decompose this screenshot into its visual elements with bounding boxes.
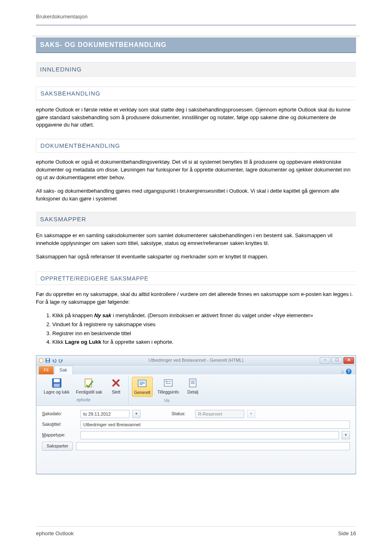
lagre-og-lukk-button[interactable]: Lagre og lukk bbox=[42, 377, 71, 396]
footer-right: Side 16 bbox=[338, 530, 356, 538]
paragraph: ephorte Outlook er i første rekke et ver… bbox=[36, 106, 356, 129]
complete-icon bbox=[84, 378, 94, 388]
saksparter-field[interactable] bbox=[76, 442, 350, 450]
save-icon[interactable] bbox=[45, 358, 50, 363]
saksdato-field[interactable]: to 29.11.2012 bbox=[80, 410, 129, 418]
heading-innledning: INNLEDNING bbox=[36, 62, 356, 77]
heading-opprette-saksmappe: OPPRETTE/REDIGERE SAKSMAPPE bbox=[36, 271, 356, 285]
redo-icon[interactable] bbox=[58, 358, 63, 363]
svg-rect-6 bbox=[53, 379, 60, 382]
heading-main: SAKS- OG DOKUMENTBEHANDLING bbox=[36, 37, 356, 53]
saksparter-button[interactable]: Saksparter bbox=[42, 442, 73, 451]
generelt-button[interactable]: Generelt bbox=[132, 377, 152, 397]
tab-sak[interactable]: Sak bbox=[54, 366, 73, 374]
paragraph: ephorte Outlook er også et dokumentbehan… bbox=[36, 158, 356, 182]
collapse-ribbon-icon[interactable]: △ bbox=[341, 369, 344, 375]
tilleggsinfo-button[interactable]: Tilleggsinfo bbox=[156, 377, 181, 396]
ribbon-group-caption: ephorte bbox=[42, 397, 125, 403]
paragraph: En saksmappe er en samling saksdokumente… bbox=[36, 232, 356, 247]
delete-icon bbox=[111, 378, 121, 388]
close-button[interactable]: ✕ bbox=[343, 357, 354, 364]
form-panel: Saksdato: to 29.11.2012 ▼ Status: R-Rese… bbox=[36, 406, 356, 474]
svg-rect-17 bbox=[189, 379, 196, 387]
svg-rect-3 bbox=[47, 358, 49, 360]
heading-dokumentbehandling: DOKUMENTBEHANDLING bbox=[36, 139, 356, 153]
save-close-icon bbox=[51, 378, 62, 388]
quick-access-toolbar bbox=[36, 358, 63, 363]
help-icon[interactable]: ? bbox=[346, 369, 352, 374]
paragraph: Før du oppretter en ny saksmappe, skal d… bbox=[36, 291, 356, 306]
svg-rect-4 bbox=[47, 360, 49, 362]
mappetype-field[interactable] bbox=[80, 431, 339, 439]
app-icon bbox=[39, 358, 44, 363]
detail-icon bbox=[187, 378, 198, 388]
window-titlebar: Utbedringer ved Breiavannet - Generelt (… bbox=[36, 356, 356, 365]
additional-info-icon bbox=[163, 378, 174, 388]
step-item: Vinduet for å registrere ny saksmappe vi… bbox=[52, 321, 356, 329]
step-item: Klikk på knappen Ny sak i menybåndet. (D… bbox=[52, 312, 356, 320]
ribbon-body: Lagre og lukk Ferdigstill sak Slett bbox=[36, 374, 356, 406]
ribbon-group-caption: Vis bbox=[132, 398, 202, 404]
maximize-button[interactable]: ☐ bbox=[332, 357, 342, 364]
status-dropdown-icon: ▼ bbox=[247, 410, 255, 418]
svg-rect-13 bbox=[164, 380, 172, 386]
paragraph: All saks- og dokumentbehandling gjøres m… bbox=[36, 187, 356, 203]
status-field: R-Reservert bbox=[195, 410, 244, 418]
ribbon-group-vis: Generelt Tilleggsinfo Detalj bbox=[129, 376, 205, 405]
step-item: Klikk Lagre og Lukk for å opprette saken… bbox=[52, 338, 356, 346]
page-footer: ephorte Outlook Side 16 bbox=[36, 526, 356, 538]
saksdato-label: Saksdato: bbox=[42, 411, 77, 417]
undo-icon[interactable] bbox=[52, 358, 57, 363]
date-dropdown-icon[interactable]: ▼ bbox=[132, 410, 140, 418]
slett-button[interactable]: Slett bbox=[107, 377, 125, 396]
steps-list: Klikk på knappen Ny sak i menybåndet. (D… bbox=[52, 312, 356, 346]
svg-rect-7 bbox=[53, 384, 60, 387]
ribbon-tabstrip: Fil Sak △ ? bbox=[36, 365, 356, 374]
footer-left: ephorte Outlook bbox=[36, 530, 74, 538]
step-item: Registrer inn en beskrivende tittel bbox=[52, 330, 356, 338]
svg-rect-1 bbox=[40, 359, 43, 362]
window-title: Utbedringer ved Breiavannet - Generelt (… bbox=[36, 357, 356, 364]
heading-saksbehandling: SAKSBEHANDLING bbox=[36, 87, 356, 100]
svg-rect-14 bbox=[165, 381, 167, 382]
ribbon-group-ephorte: Lagre og lukk Ferdigstill sak Slett bbox=[39, 376, 129, 405]
minimize-button[interactable]: ─ bbox=[320, 357, 330, 364]
sakstittel-field[interactable]: Utbedringer ved Breiavannet bbox=[80, 421, 350, 429]
detalj-button[interactable]: Detalj bbox=[184, 377, 202, 396]
general-icon bbox=[137, 378, 147, 389]
status-label: Status: bbox=[172, 411, 192, 417]
heading-saksmapper: SAKSMAPPER bbox=[36, 212, 356, 227]
ferdigstill-sak-button[interactable]: Ferdigstill sak bbox=[74, 377, 104, 396]
sakstittel-label: Sakstittel: bbox=[42, 421, 77, 428]
paragraph: Saksmappen har også referanser til event… bbox=[36, 253, 356, 261]
app-window: Utbedringer ved Breiavannet - Generelt (… bbox=[36, 355, 356, 474]
page-header: Brukerdokumentasjon bbox=[36, 13, 356, 24]
mappetype-dropdown-icon[interactable]: ▼ bbox=[342, 431, 350, 439]
heading-rule bbox=[36, 285, 356, 285]
tab-file[interactable]: Fil bbox=[39, 366, 53, 374]
header-rule bbox=[36, 25, 356, 25]
mappetype-label: Mappetype: bbox=[42, 432, 77, 438]
